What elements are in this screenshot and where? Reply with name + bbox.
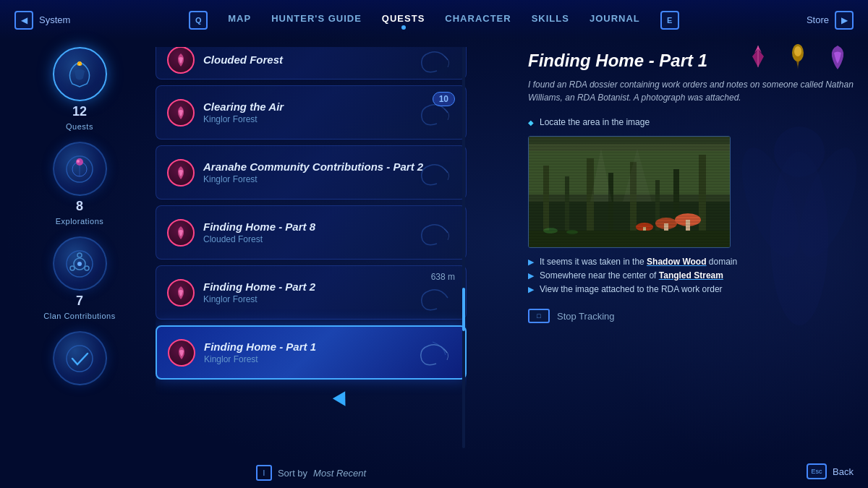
store-button[interactable]: ▶ [835, 11, 854, 30]
sort-prefix: Sort by [278, 468, 307, 479]
quest-icon-3 [167, 159, 195, 187]
back-key-icon: Esc [807, 463, 827, 479]
svg-point-11 [77, 160, 80, 163]
sub-obj-1: ▶ It seems it was taken in the Shadow Wo… [528, 257, 854, 267]
quest-swirl-6 [411, 335, 454, 371]
system-label: System [39, 14, 70, 25]
esc-label: Esc [812, 468, 822, 475]
explorations-orb[interactable]: 8 Explorations [53, 142, 107, 226]
quest-swirl-1 [412, 47, 455, 78]
sub-obj-1-text: It seems it was taken in the Shadow Wood… [540, 257, 737, 267]
quests-count: 12 [72, 104, 87, 119]
quest-list-area: Clouded Forest Clearing the Air Kinglor … [156, 47, 467, 448]
stop-tracking-button[interactable]: □ Stop Tracking [528, 309, 854, 323]
quest-item-clearing-air[interactable]: Clearing the Air Kinglor Forest 10 [156, 85, 467, 140]
sub-arrow-icon-2: ▶ [528, 271, 534, 281]
svg-point-39 [543, 228, 558, 234]
sort-value: Most Recent [313, 468, 366, 479]
sub-arrow-icon-3: ▶ [528, 285, 534, 294]
shadow-wood-highlight: Shadow Wood [647, 257, 706, 267]
main-objective: ◆ Locate the area in the image [528, 117, 854, 127]
back-button[interactable]: Esc Back [807, 463, 854, 479]
clan-label: Clan Contributions [43, 312, 116, 320]
quest-item-finding-home-2[interactable]: Finding Home - Part 2 Kinglor Forest 638… [156, 265, 467, 320]
quests-orb[interactable]: 12 Quests [53, 47, 107, 131]
tangled-stream-highlight: Tangled Stream [659, 270, 723, 281]
quest-item-clouded-forest-partial[interactable]: Clouded Forest [156, 47, 467, 80]
quest-icon-6 [168, 339, 195, 367]
svg-point-40 [566, 230, 578, 234]
explorations-label: Explorations [56, 217, 104, 226]
main-objective-text: Locate the area in the image [540, 117, 650, 127]
quest-swirl-4 [412, 215, 455, 251]
nav-journal[interactable]: JOURNAL [590, 13, 640, 27]
quest-item-finding-home-1[interactable]: Finding Home - Part 1 Kinglor Forest [156, 325, 467, 380]
nav-quests[interactable]: QUESTS [382, 13, 425, 27]
quests-label: Quests [66, 122, 93, 131]
scroll-thumb[interactable] [462, 288, 465, 331]
top-navigation: ◀ System Q MAP HUNTER'S GUIDE QUESTS CHA… [0, 0, 868, 40]
svg-rect-38 [529, 231, 731, 248]
quest-icon-5 [167, 279, 195, 307]
nav-skills[interactable]: SKILLS [532, 13, 569, 27]
completed-orb[interactable] [53, 331, 107, 385]
stop-tracking-label: Stop Tracking [557, 311, 615, 322]
nav-back-button[interactable]: ◀ [14, 11, 33, 30]
explorations-count: 8 [76, 199, 83, 214]
sub-obj-3-text: View the image attached to the RDA work … [540, 284, 723, 294]
store-label: Store [807, 14, 829, 25]
sort-key-label: I [263, 469, 265, 477]
stop-track-key-icon: □ [528, 309, 550, 323]
nav-map[interactable]: MAP [228, 13, 251, 27]
scroll-indicator [462, 47, 465, 448]
svg-point-16 [77, 253, 82, 257]
back-label: Back [833, 466, 854, 477]
quest-icon-2 [167, 99, 195, 127]
completed-orb-circle [53, 331, 107, 385]
nav-center-items: Q MAP HUNTER'S GUIDE QUESTS CHARACTER SK… [189, 11, 679, 30]
objective-diamond-icon: ◆ [528, 119, 534, 127]
svg-point-18 [70, 266, 75, 270]
sub-obj-3: ▶ View the image attached to the RDA wor… [528, 284, 854, 294]
left-sidebar: 12 Quests 8 Explorations [22, 47, 137, 385]
nav-character[interactable]: CHARACTER [445, 13, 511, 27]
system-menu[interactable]: ◀ System [14, 11, 70, 30]
drone-cam-image: DRONE-CAM-E265-C ACTIVE [528, 136, 731, 248]
svg-point-19 [67, 346, 93, 372]
detail-panel: Finding Home - Part 1 I found an RDA dos… [528, 51, 854, 474]
explorations-orb-circle [53, 142, 107, 196]
sub-objectives-section: ▶ It seems it was taken in the Shadow Wo… [528, 257, 854, 294]
quest-icon-4 [167, 219, 195, 247]
svg-point-17 [85, 266, 89, 270]
sub-arrow-icon-1: ▶ [528, 257, 534, 267]
quest-swirl-2 [412, 95, 455, 131]
drone-cam-image-inner: DRONE-CAM-E265-C ACTIVE [529, 137, 730, 247]
clan-contributions-orb[interactable]: 7 Clan Contributions [43, 236, 116, 320]
e-key-button[interactable]: E [660, 11, 679, 30]
nav-hunters-guide[interactable]: HUNTER'S GUIDE [271, 13, 362, 27]
svg-point-15 [77, 262, 82, 266]
quests-orb-circle [53, 47, 107, 101]
quest-item-aranahe[interactable]: Aranahe Community Contributions - Part 2… [156, 145, 467, 200]
q-key-button[interactable]: Q [189, 11, 208, 30]
quest-item-finding-home-8[interactable]: Finding Home - Part 8 Clouded Forest [156, 205, 467, 260]
forest-scene-svg [529, 137, 731, 248]
detail-title: Finding Home - Part 1 [528, 51, 854, 71]
sort-key-icon: I [256, 465, 272, 481]
quest-swirl-5 [412, 280, 455, 316]
sub-obj-2: ▶ Somewhere near the center of Tangled S… [528, 270, 854, 281]
store-area[interactable]: Store ▶ [807, 11, 854, 30]
quest-icon-1 [167, 47, 195, 74]
sort-bar: I Sort by Most Recent [156, 465, 467, 481]
detail-description: I found an RDA dossier containing work o… [528, 78, 854, 104]
sub-obj-2-text: Somewhere near the center of Tangled Str… [540, 270, 723, 281]
clan-orb-circle [53, 236, 107, 291]
quest-swirl-3 [412, 155, 455, 191]
clan-count: 7 [76, 294, 83, 309]
